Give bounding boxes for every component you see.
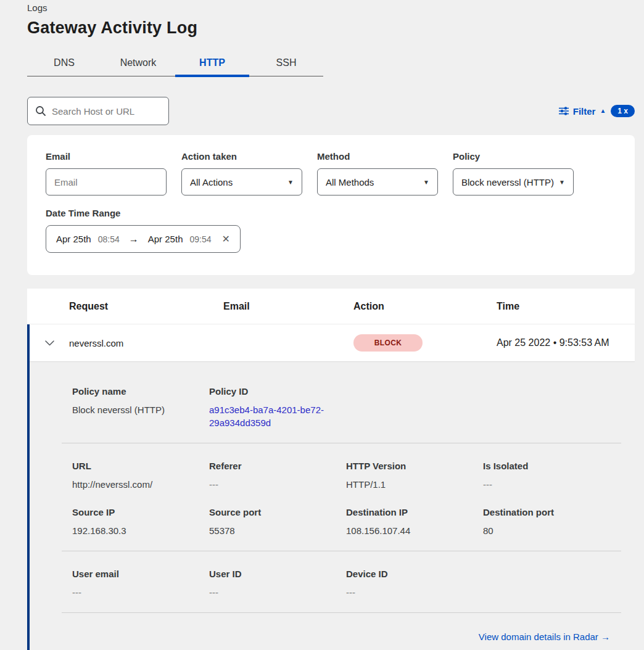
http-version-detail: HTTP Version HTTP/1.1: [346, 461, 483, 491]
chevron-down-icon: [45, 340, 54, 346]
policy-select[interactable]: Block neverssl (HTTP) ▼: [453, 168, 574, 195]
policy-value: Block neverssl (HTTP): [461, 177, 554, 187]
destination-ip-detail: Destination IP 108.156.107.44: [346, 507, 483, 537]
filter-count-badge[interactable]: 1 x: [611, 105, 635, 117]
destination-port-detail-value: 80: [483, 524, 620, 537]
column-header-action: Action: [353, 301, 497, 312]
policy-id-link[interactable]: a91c3eb4-ba7a-4201-be72-29a934dd359d: [209, 403, 328, 429]
breadcrumb[interactable]: Logs: [27, 2, 635, 13]
gateway-activity-log-page: Logs Gateway Activity Log DNS Network HT…: [0, 0, 644, 650]
referer-detail-value: ---: [209, 478, 346, 491]
row-action-cell: BLOCK: [353, 334, 497, 352]
toolbar: Filter ▲ 1 x: [27, 97, 635, 125]
source-port-detail-value: 55378: [209, 524, 346, 537]
url-detail-label: URL: [72, 461, 209, 471]
action-taken-select[interactable]: All Actions ▼: [181, 168, 302, 195]
policy-details-group: Policy name Block neverssl (HTTP) Policy…: [62, 386, 621, 443]
collapse-row-control[interactable]: [30, 340, 69, 346]
user-email-detail-label: User email: [72, 569, 209, 579]
policy-name-detail-label: Policy name: [72, 386, 209, 397]
date-time-range-field: Date Time Range Apr 25th 08:54 → Apr 25t…: [46, 208, 616, 253]
source-ip-detail: Source IP 192.168.30.3: [72, 507, 209, 537]
source-ip-detail-value: 192.168.30.3: [72, 524, 209, 537]
destination-port-detail-label: Destination port: [483, 507, 620, 517]
method-select[interactable]: All Methods ▼: [317, 168, 438, 195]
source-ip-detail-label: Source IP: [72, 507, 209, 517]
range-end-time[interactable]: 09:54: [189, 234, 211, 244]
action-taken-field: Action taken All Actions ▼: [181, 151, 302, 195]
destination-ip-detail-label: Destination IP: [346, 507, 483, 517]
row-timestamp: Apr 25 2022 • 9:53:53 AM: [497, 337, 635, 348]
details-footer: View domain details in Radar →: [62, 613, 621, 650]
policy-id-detail: Policy ID a91c3eb4-ba7a-4201-be72-29a934…: [209, 386, 346, 429]
user-email-detail: User email ---: [72, 569, 209, 599]
table-row[interactable]: neverssl.com BLOCK Apr 25 2022 • 9:53:53…: [30, 324, 635, 362]
log-type-tabs: DNS Network HTTP SSH: [27, 50, 323, 76]
date-time-range-label: Date Time Range: [46, 208, 616, 218]
filter-toggle-button[interactable]: Filter ▲: [559, 106, 606, 117]
column-header-time: Time: [497, 301, 635, 312]
url-detail: URL http://neverssl.com/: [72, 461, 209, 491]
user-id-detail-value: ---: [209, 586, 346, 599]
tab-network[interactable]: Network: [101, 50, 175, 76]
email-filter-field: Email: [46, 151, 167, 195]
filter-panel: Email Action taken All Actions ▼ Method …: [27, 135, 635, 275]
chevron-down-icon: ▼: [423, 179, 429, 186]
method-label: Method: [317, 151, 438, 162]
block-action-badge: BLOCK: [353, 334, 423, 352]
table-header-row: Request Email Action Time: [27, 289, 635, 324]
email-filter-input[interactable]: [46, 168, 167, 195]
tab-http[interactable]: HTTP: [175, 50, 249, 76]
filter-label: Filter: [573, 106, 596, 117]
destination-port-detail: Destination port 80: [483, 507, 620, 537]
method-value: All Methods: [326, 177, 374, 187]
email-filter-label: Email: [46, 151, 167, 162]
destination-ip-detail-value: 108.156.107.44: [346, 524, 483, 537]
column-header-email: Email: [223, 301, 353, 312]
policy-name-detail-value: Block neverssl (HTTP): [72, 403, 209, 416]
range-start-date[interactable]: Apr 25th: [56, 234, 91, 244]
log-entry-details: Policy name Block neverssl (HTTP) Policy…: [30, 362, 635, 650]
policy-name-detail: Policy name Block neverssl (HTTP): [72, 386, 209, 429]
policy-id-detail-label: Policy ID: [209, 386, 346, 397]
user-email-detail-value: ---: [72, 586, 209, 599]
is-isolated-detail-value: ---: [483, 478, 620, 491]
device-id-detail-label: Device ID: [346, 569, 483, 579]
http-version-detail-label: HTTP Version: [346, 461, 483, 471]
action-taken-label: Action taken: [181, 151, 302, 162]
user-id-detail-label: User ID: [209, 569, 346, 579]
clear-date-range-icon[interactable]: ✕: [218, 233, 230, 245]
policy-label: Policy: [453, 151, 574, 162]
source-port-detail: Source port 55378: [209, 507, 346, 537]
is-isolated-detail: Is Isolated ---: [483, 461, 620, 491]
filter-fields-row: Email Action taken All Actions ▼ Method …: [46, 151, 616, 195]
view-domain-in-radar-link[interactable]: View domain details in Radar →: [479, 631, 610, 642]
date-time-range-picker[interactable]: Apr 25th 08:54 → Apr 25th 09:54 ✕: [46, 225, 241, 253]
action-taken-value: All Actions: [190, 177, 233, 187]
range-start-time[interactable]: 08:54: [98, 234, 120, 244]
search-input[interactable]: [52, 106, 161, 117]
is-isolated-detail-label: Is Isolated: [483, 461, 620, 471]
policy-field: Policy Block neverssl (HTTP) ▼: [453, 151, 574, 195]
http-version-detail-value: HTTP/1.1: [346, 478, 483, 491]
chevron-down-icon: ▼: [559, 179, 565, 186]
page-title: Gateway Activity Log: [27, 19, 635, 38]
arrow-right-icon: →: [126, 234, 141, 245]
user-id-detail: User ID ---: [209, 569, 346, 599]
tab-ssh[interactable]: SSH: [249, 50, 323, 76]
source-port-detail-label: Source port: [209, 507, 346, 517]
filter-controls: Filter ▲ 1 x: [559, 105, 635, 117]
url-detail-value: http://neverssl.com/: [72, 478, 209, 491]
request-details-group: URL http://neverssl.com/ Referer --- HTT…: [62, 443, 621, 551]
search-icon: [35, 105, 46, 117]
search-box[interactable]: [27, 97, 169, 125]
range-end-date[interactable]: Apr 25th: [148, 234, 183, 244]
device-id-detail-value: ---: [346, 586, 483, 599]
caret-up-icon: ▲: [600, 108, 606, 114]
user-details-group: User email --- User ID --- Device ID ---: [62, 551, 621, 613]
expanded-log-entry: neverssl.com BLOCK Apr 25 2022 • 9:53:53…: [27, 324, 635, 650]
tab-dns[interactable]: DNS: [27, 50, 101, 76]
filter-sliders-icon: [559, 107, 569, 115]
column-header-request: Request: [69, 301, 223, 312]
device-id-detail: Device ID ---: [346, 569, 483, 599]
